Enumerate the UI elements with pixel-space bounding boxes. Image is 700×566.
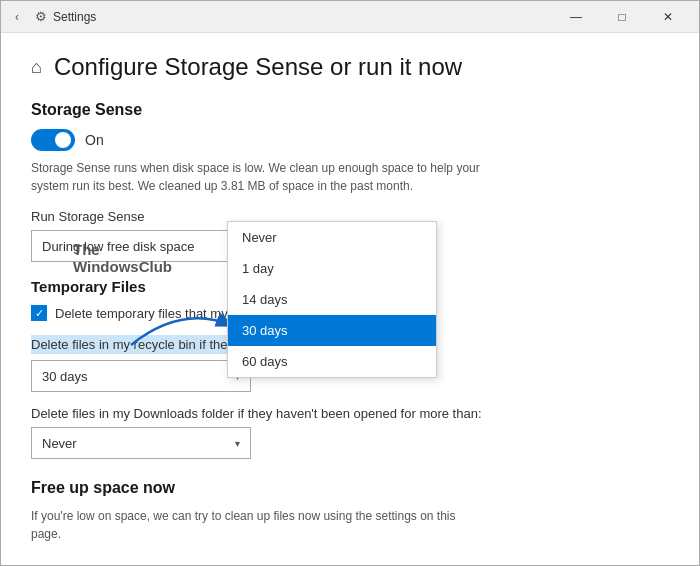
- window-controls: — □ ✕: [553, 1, 691, 33]
- recycle-bin-dropdown-value: 30 days: [42, 369, 88, 384]
- settings-window: ‹ ⚙ Settings — □ ✕ ⌂ Configure Storage S…: [0, 0, 700, 566]
- run-storage-dropdown-value: During low free disk space: [42, 239, 194, 254]
- dropdown-overlay: Never1 day14 days30 days60 days: [227, 221, 437, 378]
- dropdown-option[interactable]: 60 days: [228, 346, 436, 377]
- toggle-label: On: [85, 132, 104, 148]
- checkbox-check-icon: ✓: [35, 307, 44, 320]
- downloads-dropdown-value: Never: [42, 436, 77, 451]
- dropdown-option[interactable]: Never: [228, 222, 436, 253]
- home-icon: ⌂: [31, 57, 42, 78]
- page-title: Configure Storage Sense or run it now: [54, 53, 462, 81]
- close-button[interactable]: ✕: [645, 1, 691, 33]
- titlebar: ‹ ⚙ Settings — □ ✕: [1, 1, 699, 33]
- recycle-bin-dropdown[interactable]: 30 days ▾: [31, 360, 251, 392]
- maximize-button[interactable]: □: [599, 1, 645, 33]
- storage-sense-toggle[interactable]: [31, 129, 75, 151]
- dropdown-option[interactable]: 14 days: [228, 284, 436, 315]
- downloads-dropdown[interactable]: Never ▾: [31, 427, 251, 459]
- downloads-dropdown-arrow: ▾: [235, 438, 240, 449]
- titlebar-title: Settings: [53, 10, 553, 24]
- downloads-label: Delete files in my Downloads folder if t…: [31, 406, 669, 421]
- back-button[interactable]: ‹: [9, 8, 25, 26]
- main-content: ⌂ Configure Storage Sense or run it now …: [1, 33, 699, 565]
- page-title-row: ⌂ Configure Storage Sense or run it now: [31, 53, 669, 81]
- dropdown-option[interactable]: 30 days: [228, 315, 436, 346]
- settings-icon: ⚙: [35, 9, 47, 24]
- free-up-title: Free up space now: [31, 479, 669, 497]
- dropdown-option[interactable]: 1 day: [228, 253, 436, 284]
- minimize-button[interactable]: —: [553, 1, 599, 33]
- storage-sense-description: Storage Sense runs when disk space is lo…: [31, 159, 481, 195]
- run-storage-dropdown[interactable]: During low free disk space ▾: [31, 230, 251, 262]
- storage-sense-title: Storage Sense: [31, 101, 669, 119]
- free-up-section: Free up space now If you're low on space…: [31, 479, 669, 565]
- temp-files-checkbox[interactable]: ✓: [31, 305, 47, 321]
- toggle-row: On: [31, 129, 669, 151]
- free-up-description: If you're low on space, we can try to cl…: [31, 507, 481, 543]
